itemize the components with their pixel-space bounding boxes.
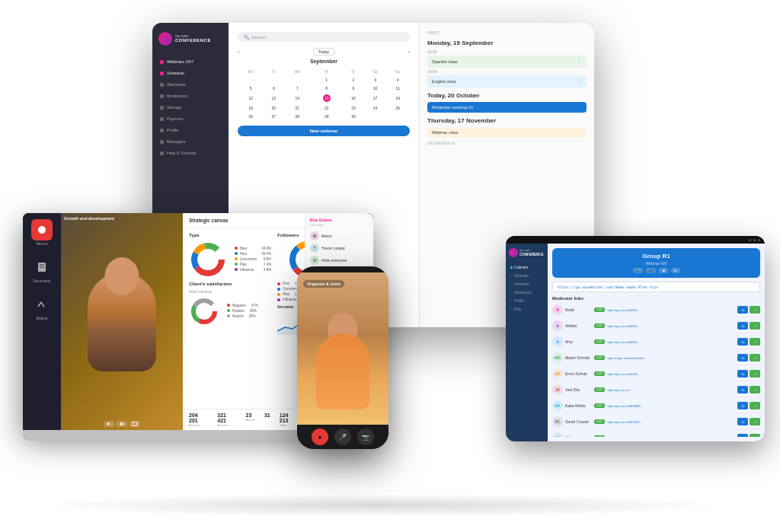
copy-link-btn[interactable]: ⧉	[737, 338, 748, 346]
sidebar-item-profile[interactable]: Profile	[158, 125, 222, 135]
calendar-row: 1234	[239, 76, 408, 83]
sidebar-item-webinars[interactable]: Webinars 24/7	[158, 56, 222, 67]
sidebar-item-moderators[interactable]: Moderators	[158, 91, 222, 101]
link-url: https://go.mex.ai...	[607, 388, 735, 392]
copy-link-btn[interactable]: ⧉	[737, 402, 748, 409]
ground-shadow	[38, 494, 724, 517]
tablet-url[interactable]: https://go.mywebinar.com/4dae-eabb-4fee-…	[552, 282, 760, 292]
sidebar-item-help[interactable]: Help & Tutorials	[158, 148, 222, 158]
nav-icon	[160, 60, 164, 64]
tool-video[interactable]: 📹	[646, 268, 656, 273]
laptop-sidebar-docs[interactable]	[31, 256, 53, 278]
open-link-btn[interactable]: ↗	[750, 386, 760, 393]
phone-record-btn[interactable]: ●	[312, 428, 328, 445]
laptop-sidebar-markup[interactable]	[31, 294, 53, 315]
svg-marker-4	[107, 422, 110, 425]
copy-link-btn[interactable]: ⧉	[737, 418, 748, 425]
tablet-nav-webinars[interactable]: Webinars	[509, 272, 545, 280]
open-link-btn[interactable]: ↗	[750, 306, 760, 314]
tablet-sidebar: my own CONFERENCE Calendar Webinars Atte…	[506, 244, 548, 441]
link-actions: ⧉ ↗	[737, 418, 760, 425]
open-link-btn[interactable]: ↗	[750, 434, 760, 437]
nav-icon	[160, 140, 164, 144]
open-link-btn[interactable]: ↗	[750, 370, 760, 377]
sidebar-item-managers[interactable]: Managers	[158, 136, 222, 147]
copy-link-btn[interactable]: ⧉	[737, 386, 748, 393]
event-more-icon[interactable]: ⋮	[577, 59, 582, 65]
tablet-nav-moderators[interactable]: Moderators	[509, 288, 545, 297]
tablet: my own CONFERENCE Calendar Webinars Atte…	[506, 236, 765, 441]
link-badge: LIVE	[594, 339, 605, 344]
stat-total: 124 213 Total	[280, 413, 299, 427]
link-badge: LIVE	[594, 355, 605, 360]
nav-icon	[160, 83, 164, 87]
event-card[interactable]: Spanish class ⋮	[427, 56, 587, 68]
copy-link-btn[interactable]: ⧉	[737, 434, 748, 437]
copy-link-btn[interactable]: ⧉	[737, 322, 748, 330]
tool-screen[interactable]: 🖥	[659, 268, 668, 273]
open-link-btn[interactable]: ↗	[750, 338, 760, 346]
person-silhouette	[88, 272, 156, 371]
search-icon: 🔍	[244, 34, 249, 40]
monitor-search[interactable]: 🔍 Search	[238, 32, 410, 42]
phone-camera-btn[interactable]: 📷	[357, 428, 374, 445]
fullscreen-btn[interactable]	[129, 421, 140, 427]
link-badge: LIVE	[594, 403, 605, 408]
person-head	[105, 257, 139, 295]
tablet-nav-profile[interactable]: Profile	[509, 297, 545, 305]
calendar-today-btn[interactable]: Today	[313, 48, 335, 56]
tablet-link-row: KA Katia Albirta LIVE https://go.mex.ai/…	[552, 399, 760, 413]
tablet-link-row: A Amy LIVE https://go.mex.ai/8cRk... ⧉ ↗	[552, 335, 760, 349]
new-webinar-button[interactable]: New webinar	[238, 126, 410, 136]
tablet-link-row: SC Sarah Crauze LIVE https://go.mex.ai/8…	[552, 415, 760, 429]
tablet-logo: my own CONFERENCE	[509, 248, 545, 257]
copy-link-btn[interactable]: ⧉	[737, 354, 748, 362]
monitor-logo-icon	[158, 32, 172, 46]
copy-link-btn[interactable]: ⧉	[737, 370, 748, 377]
sidebar-item-payment[interactable]: Payment	[158, 113, 222, 124]
tablet-link-row: JZ Joel Zhu LIVE https://go.mex.ai... ⧉ …	[552, 383, 760, 397]
calendar-today[interactable]: 15	[323, 94, 331, 102]
open-link-btn[interactable]: ↗	[750, 354, 760, 362]
link-avatar: N	[552, 304, 563, 315]
event-card-today[interactable]: Moderator meeting #3	[427, 102, 587, 113]
link-badge: LIVE	[594, 435, 605, 437]
type-donut-chart	[189, 241, 227, 279]
calendar-prev-btn[interactable]: ‹	[238, 49, 239, 55]
skip-btn[interactable]	[117, 421, 127, 427]
open-link-btn[interactable]: ↗	[750, 418, 760, 425]
play-btn[interactable]	[104, 421, 114, 427]
phone-controls: ● 🎤 📷	[297, 425, 388, 449]
link-name: Amy	[565, 339, 592, 344]
participant-avatar: H	[310, 256, 319, 265]
participant-name-active: Elsa Grasso	[310, 218, 369, 222]
svg-rect-5	[120, 422, 122, 425]
event-card[interactable]: Webinar class	[427, 127, 587, 138]
link-avatar: KA	[552, 400, 563, 411]
laptop-video: Growth and development	[61, 213, 183, 430]
tablet-nav-attendees[interactable]: Attendees	[509, 280, 545, 288]
link-badge: LIVE	[594, 419, 605, 424]
phone: Organize & store ● 🎤 📷	[297, 266, 388, 449]
link-avatar: SC	[552, 416, 563, 427]
tablet-nav-calendar[interactable]: Calendar	[509, 263, 545, 272]
copy-link-btn[interactable]: ⧉	[737, 306, 748, 314]
laptop-sidebar-record[interactable]	[31, 219, 53, 241]
event-more-icon[interactable]: ⋮	[577, 78, 582, 84]
phone-mute-btn[interactable]: 🎤	[334, 428, 351, 445]
tool-mic[interactable]: 🎤	[633, 268, 643, 273]
tablet-logo-icon	[509, 248, 518, 257]
sidebar-item-attendees[interactable]: Attendees	[158, 79, 222, 90]
scene: my own CONFERENCE Webinars 24/7 Schedule…	[0, 0, 780, 532]
calendar-next-btn[interactable]: ›	[408, 49, 410, 55]
link-avatar: A	[552, 336, 563, 347]
open-link-btn[interactable]: ↗	[750, 322, 760, 330]
phone-video: Organize & store	[297, 272, 388, 425]
tablet-nav-help[interactable]: Help	[509, 305, 545, 314]
sidebar-item-schedule[interactable]: Schedule	[158, 68, 222, 78]
tool-settings[interactable]: ⚙	[671, 268, 680, 273]
open-link-btn[interactable]: ↗	[750, 402, 760, 409]
sidebar-item-storage[interactable]: Storage	[158, 102, 222, 113]
event-card[interactable]: English class ⋮	[427, 75, 587, 88]
satisfaction-section: Client's satisfaction West medical	[189, 282, 271, 327]
